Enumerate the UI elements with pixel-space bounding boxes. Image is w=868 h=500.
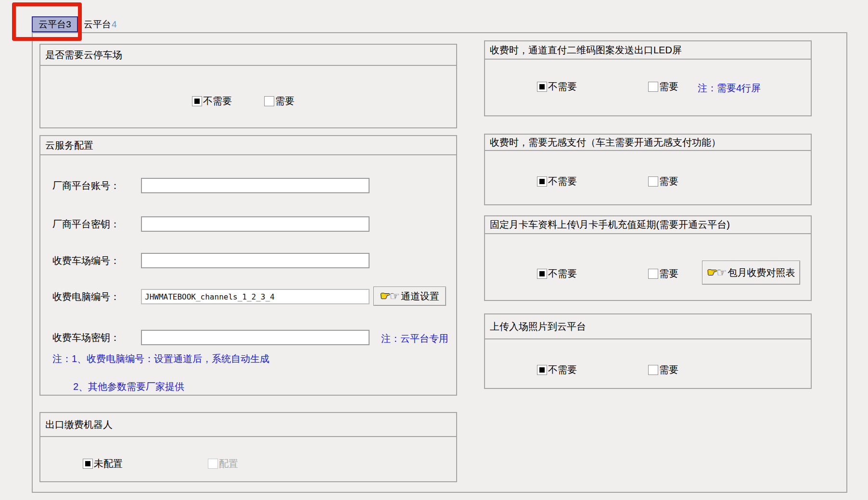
option-contactless-needed[interactable]: 需要 [648, 175, 678, 188]
option-monthly-upload-needed[interactable]: 需要 [648, 267, 678, 280]
option-label: 需要 [275, 95, 294, 108]
option-cloud-parking-needed[interactable]: 需要 [264, 95, 294, 108]
option-contactless-not-needed[interactable]: 不需要 [537, 175, 577, 188]
field-parking-lot-number: 收费车场编号： [52, 253, 370, 268]
checkbox-checked-icon [537, 365, 547, 375]
checkbox-checked-icon [192, 96, 202, 106]
checkbox-unchecked-icon [264, 96, 274, 106]
option-label: 不需要 [548, 363, 577, 376]
cloud-platform-only-note: 注：云平台专用 [381, 332, 448, 345]
group-title: 云服务配置 [40, 136, 456, 155]
tab-label: 云平台 [84, 18, 111, 31]
channel-settings-button[interactable]: ☛ ☞ 通道设置 [373, 287, 446, 306]
pointing-hand-solid-icon: ☛ [707, 267, 717, 278]
group-title: 是否需要云停车场 [40, 45, 456, 66]
group-upload-entry-photo: 上传入场照片到云平台 不需要 需要 [484, 313, 812, 389]
option-label: 未配置 [94, 457, 123, 470]
option-label: 需要 [659, 175, 678, 188]
field-label: 收费电脑编号： [52, 290, 141, 303]
tab-label-number: 4 [112, 19, 117, 30]
group-title: 收费时，需要无感支付（车主需要开通无感支付功能） [485, 135, 811, 151]
button-label: 通道设置 [401, 290, 439, 303]
option-upload-photo-not-needed[interactable]: 不需要 [537, 363, 577, 376]
group-title: 固定月卡车资料上传\月卡手机充值延期(需要开通云平台) [485, 216, 811, 234]
pointing-hand-outline-icon: ☞ [390, 290, 400, 302]
group-title: 收费时，通道直付二维码图案发送出口LED屏 [485, 41, 811, 60]
checkbox-unchecked-icon [648, 269, 658, 279]
option-upload-photo-needed[interactable]: 需要 [648, 363, 678, 376]
checkbox-disabled-icon [208, 459, 218, 469]
group-contactless-payment: 收费时，需要无感支付（车主需要开通无感支付功能） 不需要 需要 [484, 134, 812, 205]
group-title: 上传入场照片到云平台 [485, 314, 811, 339]
option-cloud-parking-not-needed[interactable]: 不需要 [192, 95, 232, 108]
group-qr-to-led-screen: 收费时，通道直付二维码图案发送出口LED屏 不需要 需要 注：需要4行屏 [484, 40, 812, 116]
option-label: 需要 [659, 363, 678, 376]
checkbox-unchecked-icon [648, 176, 658, 187]
option-label: 不需要 [203, 95, 232, 108]
option-monthly-upload-not-needed[interactable]: 不需要 [537, 267, 577, 280]
field-vendor-key: 厂商平台密钥： [52, 216, 370, 232]
field-label: 收费车场编号： [52, 254, 141, 267]
field-label: 厂商平台密钥： [52, 218, 141, 231]
toll-computer-number-input[interactable] [141, 289, 370, 304]
tab-cloud-platform-4[interactable]: 云平台4 [81, 16, 128, 32]
vendor-provide-note: 2、其他参数需要厂家提供 [73, 380, 184, 393]
option-label: 需要 [659, 80, 678, 93]
tab-label: 云平台3 [38, 18, 71, 31]
field-parking-lot-key: 收费车场密钥： [52, 330, 370, 345]
button-label: 包月收费对照表 [728, 266, 795, 279]
tab-cloud-platform-3[interactable]: 云平台3 [32, 16, 78, 32]
group-title: 出口缴费机器人 [40, 413, 456, 437]
checkbox-checked-icon [537, 82, 547, 92]
group-monthly-card-upload: 固定月卡车资料上传\月卡手机充值延期(需要开通云平台) 不需要 需要 ☛ ☞ 包… [484, 215, 812, 301]
group-exit-payment-robot: 出口缴费机器人 未配置 配置 [39, 412, 457, 482]
four-line-screen-note: 注：需要4行屏 [698, 82, 761, 95]
checkbox-unchecked-icon [648, 365, 658, 375]
field-label: 厂商平台账号： [52, 179, 141, 192]
option-label: 不需要 [548, 175, 577, 188]
cloud-platform-settings-screen: 云平台3 云平台4 是否需要云停车场 不需要 需要 云服务配置 厂商平台账号： … [0, 0, 868, 500]
auto-generate-note: 注：1、收费电脑编号：设置通道后，系统自动生成 [52, 352, 269, 365]
pointing-hand-outline-icon: ☞ [716, 267, 727, 278]
monthly-fee-table-button[interactable]: ☛ ☞ 包月收费对照表 [702, 261, 800, 285]
field-vendor-account: 厂商平台账号： [52, 178, 370, 193]
option-qr-led-not-needed[interactable]: 不需要 [537, 80, 577, 93]
option-label: 需要 [659, 267, 678, 280]
parking-lot-key-input[interactable] [141, 330, 370, 345]
field-label: 收费车场密钥： [52, 331, 141, 344]
option-label: 不需要 [548, 80, 577, 93]
checkbox-unchecked-icon [648, 82, 658, 92]
group-cloud-parking: 是否需要云停车场 不需要 需要 [39, 44, 457, 128]
vendor-account-input[interactable] [141, 178, 370, 193]
option-robot-not-configured[interactable]: 未配置 [83, 457, 123, 470]
checkbox-checked-icon [83, 459, 93, 469]
option-label: 配置 [219, 457, 238, 470]
parking-lot-number-input[interactable] [141, 253, 370, 268]
option-qr-led-needed[interactable]: 需要 [648, 80, 678, 93]
checkbox-checked-icon [537, 176, 547, 187]
option-robot-configured: 配置 [208, 457, 238, 470]
option-label: 不需要 [548, 267, 577, 280]
pointing-hand-solid-icon: ☛ [380, 290, 391, 302]
field-toll-computer-number: 收费电脑编号： [52, 289, 370, 304]
group-cloud-service-config: 云服务配置 厂商平台账号： 厂商平台密钥： 收费车场编号： 收费电脑编号： ☛ … [39, 135, 457, 396]
checkbox-checked-icon [537, 269, 547, 279]
vendor-key-input[interactable] [141, 216, 370, 232]
